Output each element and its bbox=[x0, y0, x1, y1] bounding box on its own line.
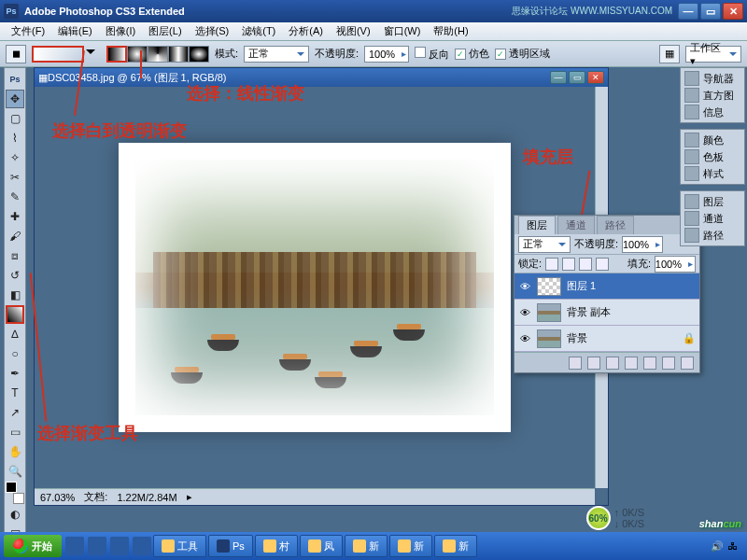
menu-filter[interactable]: 滤镜(T) bbox=[236, 22, 281, 40]
radial-gradient-button[interactable] bbox=[127, 46, 148, 63]
bridge-icon[interactable]: ▦ bbox=[659, 45, 680, 63]
panel-color[interactable]: 颜色 bbox=[683, 132, 742, 148]
panel-channels[interactable]: 通道 bbox=[683, 210, 742, 227]
type-tool[interactable]: T bbox=[6, 384, 24, 402]
quicklaunch-icon[interactable] bbox=[110, 537, 129, 555]
layer-name[interactable]: 图层 1 bbox=[567, 279, 596, 293]
menu-help[interactable]: 帮助(H) bbox=[428, 22, 473, 40]
status-arrow-icon[interactable]: ▸ bbox=[187, 491, 192, 503]
path-tool[interactable]: ↗ bbox=[6, 403, 24, 422]
quicklaunch-icon[interactable] bbox=[133, 537, 151, 555]
reverse-checkbox[interactable]: 反向 bbox=[415, 47, 449, 62]
eyedropper-tool[interactable]: ✎ bbox=[6, 188, 24, 206]
close-button[interactable]: ✕ bbox=[723, 3, 743, 20]
taskbar-item[interactable]: Ps bbox=[208, 535, 253, 557]
tab-channels[interactable]: 通道 bbox=[557, 216, 595, 234]
menu-image[interactable]: 图像(I) bbox=[100, 22, 141, 40]
move-tool[interactable]: ✥ bbox=[6, 90, 24, 108]
visibility-eye-icon[interactable]: 👁 bbox=[518, 306, 531, 319]
doc-minimize-button[interactable]: — bbox=[550, 71, 567, 84]
layer-name[interactable]: 背景 bbox=[567, 331, 587, 345]
healing-tool[interactable]: ✚ bbox=[6, 207, 24, 226]
system-tray[interactable]: 🔊 🖧 bbox=[705, 540, 743, 553]
quicklaunch-icon[interactable] bbox=[88, 537, 106, 555]
menu-analysis[interactable]: 分析(A) bbox=[283, 22, 329, 40]
taskbar-item[interactable]: 凤 bbox=[300, 535, 343, 557]
stamp-tool[interactable]: ⧈ bbox=[6, 246, 24, 265]
layers-panel[interactable]: 图层 通道 路径 正常 不透明度: 100% 锁定: 填充: 100% 👁 图层… bbox=[514, 215, 700, 373]
pen-tool[interactable]: ✒ bbox=[6, 364, 24, 383]
visibility-eye-icon[interactable]: 👁 bbox=[518, 280, 531, 293]
quickmask-toggle[interactable]: ◐ bbox=[6, 505, 24, 524]
lock-pixels-icon[interactable] bbox=[562, 258, 575, 271]
taskbar-item[interactable]: 新 bbox=[389, 535, 432, 557]
menu-window[interactable]: 窗口(W) bbox=[378, 22, 427, 40]
trash-icon[interactable] bbox=[681, 357, 694, 370]
layer-row[interactable]: 👁 背景 🔒 bbox=[514, 326, 699, 352]
layer-row[interactable]: 👁 背景 副本 bbox=[514, 300, 699, 326]
linear-gradient-button[interactable] bbox=[106, 46, 127, 63]
new-layer-icon[interactable] bbox=[662, 357, 675, 370]
document-titlebar[interactable]: ▦ DSC03458.jpg @ 67% (图层 1, RGB/8) — ▭ ✕ bbox=[35, 68, 608, 87]
tool-preset-picker[interactable]: ◼ bbox=[6, 45, 26, 63]
color-wells[interactable] bbox=[6, 482, 24, 504]
blend-mode-select[interactable]: 正常 bbox=[244, 46, 309, 63]
opacity-input[interactable]: 100% bbox=[364, 46, 409, 63]
workspace-select[interactable]: 工作区 ▾ bbox=[685, 46, 741, 63]
lock-transparent-icon[interactable] bbox=[545, 258, 558, 271]
tab-paths[interactable]: 路径 bbox=[597, 216, 634, 234]
panel-navigator[interactable]: 导航器 bbox=[683, 70, 742, 87]
lock-position-icon[interactable] bbox=[579, 258, 592, 271]
hand-tool[interactable]: ✋ bbox=[6, 442, 24, 461]
panel-swatches[interactable]: 色板 bbox=[683, 148, 742, 165]
panel-paths[interactable]: 路径 bbox=[683, 227, 742, 244]
layer-row[interactable]: 👁 图层 1 bbox=[514, 273, 699, 300]
doc-maximize-button[interactable]: ▭ bbox=[569, 71, 585, 84]
zoom-level[interactable]: 67.03% bbox=[40, 492, 75, 503]
wand-tool[interactable]: ✧ bbox=[6, 148, 24, 167]
blur-tool[interactable]: ∆ bbox=[6, 325, 24, 343]
dodge-tool[interactable]: ○ bbox=[6, 344, 24, 363]
history-brush-tool[interactable]: ↺ bbox=[6, 266, 24, 285]
menu-select[interactable]: 选择(S) bbox=[190, 22, 235, 40]
shape-tool[interactable]: ▭ bbox=[6, 423, 24, 441]
panel-styles[interactable]: 样式 bbox=[683, 165, 742, 182]
taskbar-item[interactable]: 新 bbox=[434, 535, 477, 557]
panel-histogram[interactable]: 直方图 bbox=[683, 87, 742, 104]
lasso-tool[interactable]: ⌇ bbox=[6, 129, 24, 147]
panel-info[interactable]: 信息 bbox=[683, 104, 742, 120]
doc-close-button[interactable]: ✕ bbox=[587, 71, 604, 84]
quicklaunch-icon[interactable] bbox=[65, 537, 84, 555]
menu-layer[interactable]: 图层(L) bbox=[143, 22, 187, 40]
tray-icon[interactable]: 🖧 bbox=[727, 540, 738, 552]
group-icon[interactable] bbox=[643, 357, 656, 370]
link-layers-icon[interactable] bbox=[569, 357, 582, 370]
angle-gradient-button[interactable] bbox=[148, 46, 168, 63]
taskbar-item[interactable]: 村 bbox=[255, 535, 298, 557]
reflected-gradient-button[interactable] bbox=[168, 46, 189, 63]
visibility-eye-icon[interactable]: 👁 bbox=[518, 332, 531, 345]
gradient-tool[interactable] bbox=[6, 305, 24, 324]
fill-input[interactable]: 100% bbox=[655, 256, 696, 273]
dither-checkbox[interactable]: ✓仿色 bbox=[455, 47, 489, 61]
layer-opacity-input[interactable]: 100% bbox=[622, 236, 663, 253]
menu-file[interactable]: 文件(F) bbox=[6, 22, 50, 40]
lock-all-icon[interactable] bbox=[596, 258, 609, 271]
transparency-checkbox[interactable]: ✓透明区域 bbox=[495, 47, 550, 61]
zoom-tool[interactable]: 🔍 bbox=[6, 462, 24, 481]
layer-style-icon[interactable] bbox=[587, 357, 600, 370]
panel-layers[interactable]: 图层 bbox=[683, 193, 742, 210]
menu-view[interactable]: 视图(V) bbox=[331, 22, 376, 40]
crop-tool[interactable]: ✂ bbox=[6, 168, 24, 187]
tab-layers[interactable]: 图层 bbox=[518, 216, 556, 234]
menu-edit[interactable]: 编辑(E) bbox=[52, 22, 98, 40]
diamond-gradient-button[interactable] bbox=[189, 46, 209, 63]
blend-mode-select[interactable]: 正常 bbox=[518, 236, 571, 253]
taskbar-item[interactable]: 新 bbox=[345, 535, 388, 557]
gradient-swatch[interactable] bbox=[32, 46, 84, 63]
layer-mask-icon[interactable] bbox=[606, 357, 619, 370]
tray-icon[interactable]: 🔊 bbox=[711, 540, 724, 553]
minimize-button[interactable]: — bbox=[678, 3, 698, 20]
marquee-tool[interactable]: ▢ bbox=[6, 109, 24, 128]
taskbar-item[interactable]: 工具 bbox=[153, 535, 206, 557]
